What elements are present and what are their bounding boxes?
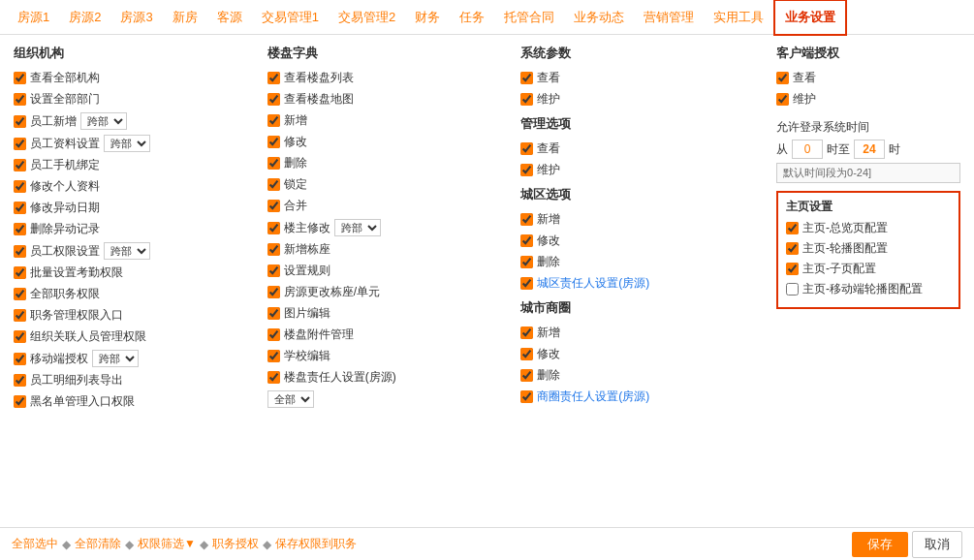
list-item: 修改 bbox=[520, 346, 759, 362]
checkbox-15[interactable] bbox=[14, 395, 26, 408]
nav-item-房源3[interactable]: 房源3 bbox=[110, 1, 162, 34]
checkbox-14[interactable] bbox=[267, 371, 280, 384]
checkbox-0[interactable] bbox=[520, 142, 533, 155]
checkbox-label-12: 楼盘附件管理 bbox=[284, 327, 354, 343]
list-item: 黑名单管理入口权限 bbox=[14, 393, 252, 410]
checkbox-4[interactable] bbox=[267, 157, 280, 170]
dept-select-3[interactable]: 跨部本部全部 bbox=[104, 135, 150, 152]
cancel-button[interactable]: 取消 bbox=[912, 531, 962, 558]
nav-item-交易管理1[interactable]: 交易管理1 bbox=[252, 1, 329, 34]
homepage-checkbox-1[interactable] bbox=[786, 242, 799, 255]
checkbox-0[interactable] bbox=[520, 327, 533, 339]
checkbox-9[interactable] bbox=[267, 264, 280, 277]
nav-item-财务[interactable]: 财务 bbox=[405, 1, 450, 34]
dept-select-7[interactable]: 跨部本部全部 bbox=[334, 219, 381, 236]
checkbox-5[interactable] bbox=[14, 180, 26, 193]
col2-items: 查看楼盘列表查看楼盘地图新增修改删除锁定合并楼主修改跨部本部全部新增栋座设置规则… bbox=[267, 70, 506, 408]
bottom-select[interactable]: 全部本部跨部 bbox=[267, 390, 314, 408]
homepage-checkbox-2[interactable] bbox=[786, 263, 799, 275]
checkbox-0[interactable] bbox=[520, 72, 533, 84]
all-clear-link[interactable]: 全部清除 bbox=[75, 536, 121, 552]
nav-item-营销管理[interactable]: 营销管理 bbox=[634, 1, 704, 34]
homepage-checkbox-3[interactable] bbox=[786, 283, 799, 296]
checkbox-1[interactable] bbox=[267, 93, 280, 106]
checkbox-label-10: 房源更改栋座/单元 bbox=[284, 284, 380, 300]
checkbox-3[interactable] bbox=[520, 277, 533, 290]
save-button[interactable]: 保存 bbox=[852, 532, 908, 557]
checkbox-10[interactable] bbox=[267, 286, 280, 298]
list-item: 图片编辑 bbox=[267, 305, 506, 322]
checkbox-2[interactable] bbox=[14, 115, 26, 128]
checkbox-0[interactable] bbox=[776, 72, 789, 84]
checkbox-8[interactable] bbox=[14, 245, 26, 258]
checkbox-2[interactable] bbox=[520, 256, 533, 268]
checkbox-3[interactable] bbox=[267, 136, 280, 148]
checkbox-4[interactable] bbox=[14, 159, 26, 171]
checkbox-13[interactable] bbox=[14, 353, 26, 365]
nav-item-托管合同[interactable]: 托管合同 bbox=[494, 1, 564, 34]
checkbox-12[interactable] bbox=[14, 330, 26, 343]
nav-item-业务设置[interactable]: 业务设置 bbox=[773, 0, 847, 36]
job-auth-link[interactable]: 职务授权 bbox=[212, 536, 259, 552]
dept-select-13[interactable]: 跨部本部全部 bbox=[92, 350, 139, 367]
homepage-checkbox-0[interactable] bbox=[786, 222, 799, 234]
checkbox-label-3: 员工资料设置 bbox=[30, 136, 100, 152]
homepage-label-2: 主页-子页配置 bbox=[802, 261, 876, 277]
nav-item-房源2[interactable]: 房源2 bbox=[59, 1, 110, 34]
list-item: 职务管理权限入口 bbox=[14, 307, 252, 324]
time-from-input[interactable] bbox=[792, 140, 823, 159]
nav-item-新房[interactable]: 新房 bbox=[163, 1, 207, 34]
checkbox-0[interactable] bbox=[267, 72, 280, 84]
checkbox-11[interactable] bbox=[267, 307, 280, 320]
checkbox-3[interactable] bbox=[14, 138, 26, 150]
checkbox-5[interactable] bbox=[267, 178, 280, 191]
checkbox-6[interactable] bbox=[14, 202, 26, 214]
nav-item-交易管理2[interactable]: 交易管理2 bbox=[329, 1, 405, 34]
checkbox-7[interactable] bbox=[14, 223, 26, 235]
right-panel: 客户端授权 查看维护 允许登录系统时间 从 时至 时 默认时间段为0-24] 主… bbox=[767, 45, 960, 517]
checkbox-label-5: 修改个人资料 bbox=[30, 178, 100, 195]
nav-item-客源[interactable]: 客源 bbox=[207, 1, 252, 34]
checkbox-9[interactable] bbox=[14, 266, 26, 279]
checkbox-10[interactable] bbox=[14, 288, 26, 300]
dept-select-8[interactable]: 跨部本部全部 bbox=[104, 242, 150, 260]
checkbox-6[interactable] bbox=[267, 200, 280, 212]
save-to-job-link[interactable]: 保存权限到职务 bbox=[275, 536, 357, 552]
checkbox-1[interactable] bbox=[520, 348, 533, 360]
checkbox-11[interactable] bbox=[14, 309, 26, 322]
list-item: 设置全部部门 bbox=[14, 91, 252, 108]
all-select-link[interactable]: 全部选中 bbox=[12, 536, 58, 552]
dept-select-2[interactable]: 跨部本部全部 bbox=[80, 112, 127, 130]
time-to-input[interactable] bbox=[854, 140, 885, 159]
nav-item-实用工具[interactable]: 实用工具 bbox=[704, 1, 773, 34]
checkbox-1[interactable] bbox=[520, 234, 533, 247]
permission-filter-link[interactable]: 权限筛选▼ bbox=[138, 536, 196, 552]
checkbox-1[interactable] bbox=[520, 93, 533, 106]
checkbox-2[interactable] bbox=[267, 114, 280, 127]
checkbox-label-1: 修改 bbox=[537, 346, 560, 362]
nav-item-业务动态[interactable]: 业务动态 bbox=[564, 1, 634, 34]
checkbox-2[interactable] bbox=[520, 369, 533, 382]
checkbox-0[interactable] bbox=[14, 72, 26, 84]
checkbox-14[interactable] bbox=[14, 374, 26, 387]
checkbox-1[interactable] bbox=[520, 164, 533, 176]
checkbox-label-13: 学校编辑 bbox=[284, 348, 330, 364]
checkbox-label-15: 黑名单管理入口权限 bbox=[30, 393, 135, 410]
list-item: 新增 bbox=[520, 211, 759, 228]
checkbox-0[interactable] bbox=[520, 213, 533, 226]
checkbox-3[interactable] bbox=[520, 390, 533, 403]
checkbox-8[interactable] bbox=[267, 243, 280, 256]
checkbox-1[interactable] bbox=[776, 93, 789, 106]
homepage-box: 主页设置 主页-总览页配置主页-轮播图配置主页-子页配置主页-移动端轮播图配置 bbox=[776, 191, 960, 309]
checkbox-12[interactable] bbox=[267, 328, 280, 341]
checkbox-label-2: 删除 bbox=[537, 367, 560, 384]
homepage-item-2: 主页-子页配置 bbox=[786, 261, 951, 277]
nav-item-房源1[interactable]: 房源1 bbox=[8, 1, 59, 34]
nav-item-任务[interactable]: 任务 bbox=[450, 1, 494, 34]
checkbox-label-10: 全部职务权限 bbox=[30, 286, 100, 302]
checkbox-1[interactable] bbox=[14, 93, 26, 106]
checkbox-13[interactable] bbox=[267, 350, 280, 362]
checkbox-label-1: 修改 bbox=[537, 233, 560, 249]
checkbox-label-14: 员工明细列表导出 bbox=[30, 372, 123, 389]
checkbox-7[interactable] bbox=[267, 222, 280, 234]
